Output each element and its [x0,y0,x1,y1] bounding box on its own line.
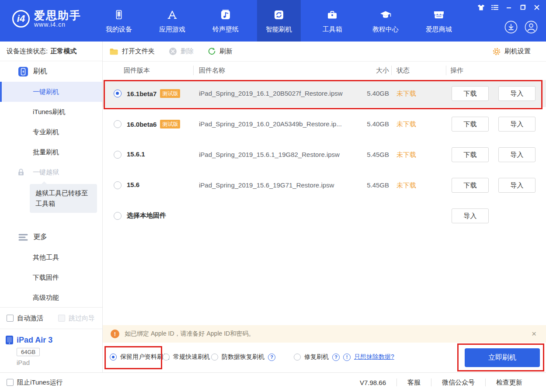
skip-wizard-checkbox[interactable]: 跳过向导 [58,314,95,323]
option-label: 防数据恢复刷机 [222,353,264,361]
import-button[interactable]: 导入 [498,178,536,193]
nav-tutorials[interactable]: 教程中心 [364,0,407,42]
firmware-radio[interactable] [114,120,122,128]
firmware-row[interactable]: 15.6.1 iPad_Spring_2019_15.6.1_19G82_Res… [103,141,546,168]
import-button[interactable]: 导入 [498,86,536,101]
nav-ringtones-wallpaper[interactable]: 铃声壁纸 [204,0,247,42]
block-itunes-checkbox[interactable]: 阻止iTunes运行 [7,378,63,387]
sidebar-item-batch-flash[interactable]: 批量刷机 [0,142,102,162]
logo-i4-icon: i4 [12,10,30,28]
sidebar-item-download-firmware[interactable]: 下载固件 [0,267,102,288]
radio-icon [110,354,117,361]
customer-support-link[interactable]: 客服 [397,378,431,387]
app-logo[interactable]: i4 爱思助手 www.i4.cn [12,10,81,28]
gear-icon [492,47,501,56]
firmware-status: 未下载 [396,181,416,190]
delete-button[interactable]: 删除 [169,47,194,56]
firmware-table-header: 固件版本 固件名称 大小 状态 操作 [103,62,546,80]
download-button[interactable]: 下载 [452,147,489,162]
nav-my-device[interactable]: 我的设备 [97,0,141,42]
nav-smart-flash[interactable]: 智能刷机 [257,0,301,42]
app-header: i4 爱思助手 www.i4.cn 我的设备 应用游戏 [0,0,546,42]
flash-settings-button[interactable]: 刷机设置 [492,47,531,56]
apple-id-notice-bar: ! 如已绑定 Apple ID，请准备好 Apple ID和密码。 × [103,325,546,343]
beta-badge: 测试版 [160,89,180,98]
main-nav: 我的设备 应用游戏 铃声壁纸 智能刷机 [97,0,470,42]
phone-icon [113,8,125,21]
firmware-radio[interactable] [114,212,122,220]
appstore-icon [166,8,178,21]
wechat-official-link[interactable]: 微信公众号 [431,378,485,387]
auto-activate-checkbox[interactable]: 自动激活 [7,314,43,323]
option-repair-flash[interactable]: 修复刷机 ? ! 只想抹除数据? [294,353,394,361]
help-question-icon[interactable]: ? [268,354,275,361]
column-header-size: 大小 [348,66,389,75]
sidebar-item-pro-flash[interactable]: 专业刷机 [0,122,102,142]
account-icon[interactable] [524,20,538,34]
firmware-row[interactable]: 15.6 iPad_Spring_2019_15.6_19G71_Restore… [103,172,546,199]
hamburger-icon [18,233,28,241]
skin-theme-icon[interactable] [477,3,485,11]
sidebar-item-jailbreak[interactable]: 一键越狱 [0,162,102,182]
folder-icon [109,48,118,56]
firmware-filename: iPad_Spring_2019_16.1_20B5027f_Restore.i… [199,90,343,97]
graduation-cap-icon [379,8,392,21]
sidebar-item-advanced[interactable]: 高级功能 [0,288,102,308]
sidebar-group-flash[interactable]: 刷机 [0,61,102,82]
info-exclaim-icon: ! [343,354,351,361]
download-manager-icon[interactable] [504,20,518,34]
import-button[interactable]: 导入 [452,208,489,223]
firmware-row[interactable]: 16.0beta6 测试版 iPad_Spring_2019_16.0_20A5… [103,111,546,138]
status-bar-links: V7.98.66 客服 微信公众号 检查更新 [349,378,533,387]
firmware-size: 5.40GB [348,120,389,128]
jailbreak-moved-tooltip: 越狱工具已转移至工具箱 [30,184,97,213]
firmware-row-local[interactable]: 选择本地固件 导入 [103,202,546,229]
notice-close-icon[interactable]: × [532,329,536,339]
nav-app-games[interactable]: 应用游戏 [150,0,194,42]
sidebar-item-other-tools[interactable]: 其他工具 [0,247,102,267]
column-header-action: 操作 [450,66,463,75]
sidebar-item-itunes-flash[interactable]: iTunes刷机 [0,102,102,122]
download-button[interactable]: 下载 [452,178,489,193]
option-normal-fast-flash[interactable]: 常规快速刷机 [163,353,210,361]
check-update-link[interactable]: 检查更新 [486,378,533,387]
option-anti-data-recovery-flash[interactable]: 防数据恢复刷机 ? [211,353,275,361]
sidebar-checkbox-row: 自动激活 跳过向导 [0,307,102,329]
menu-list-icon[interactable] [491,3,499,11]
status-bar: 阻止iTunes运行 V7.98.66 客服 微信公众号 检查更新 [0,372,546,392]
firmware-filename: iPad_Spring_2019_16.0_20A5349b_Restore.i… [199,120,342,128]
firmware-radio[interactable] [114,181,122,189]
minimize-icon[interactable] [505,3,513,11]
nav-toolbox[interactable]: 工具箱 [310,0,354,42]
nav-store[interactable]: 爱思商城 [417,0,461,42]
option-keep-user-data[interactable]: 保留用户资料刷机 [110,353,169,361]
firmware-status: 未下载 [396,90,416,98]
option-label: 常规快速刷机 [173,353,210,361]
firmware-row[interactable]: 16.1beta7 测试版 iPad_Spring_2019_16.1_20B5… [103,80,546,107]
sidebar-item-one-key-flash[interactable]: 一键刷机 [0,82,102,102]
close-icon[interactable] [533,3,541,11]
flash-now-button[interactable]: 立即刷机 [465,348,540,367]
refresh-button[interactable]: 刷新 [208,47,233,56]
firmware-radio[interactable] [114,151,122,159]
app-window: i4 爱思助手 www.i4.cn 我的设备 应用游戏 [0,0,546,392]
download-button[interactable]: 下载 [452,117,489,132]
import-button[interactable]: 导入 [498,117,536,132]
open-folder-button[interactable]: 打开文件夹 [109,47,155,56]
erase-data-link[interactable]: 只想抹除数据? [354,353,394,361]
toolbar-label: 删除 [181,47,194,56]
radio-icon [163,354,170,361]
toolbox-icon [326,8,338,21]
option-label: 保留用户资料刷机 [120,353,169,361]
maximize-icon[interactable] [519,3,527,11]
help-question-icon[interactable]: ? [332,354,340,361]
download-button[interactable]: 下载 [452,86,489,101]
radio-icon [294,354,301,361]
nav-label: 应用游戏 [159,25,185,34]
delete-circle-icon [169,47,177,56]
firmware-radio[interactable] [114,90,122,97]
sidebar-group-more[interactable]: 更多 [0,227,102,247]
import-button[interactable]: 导入 [498,147,536,162]
lock-icon [17,168,25,177]
tablet-icon [5,335,14,345]
